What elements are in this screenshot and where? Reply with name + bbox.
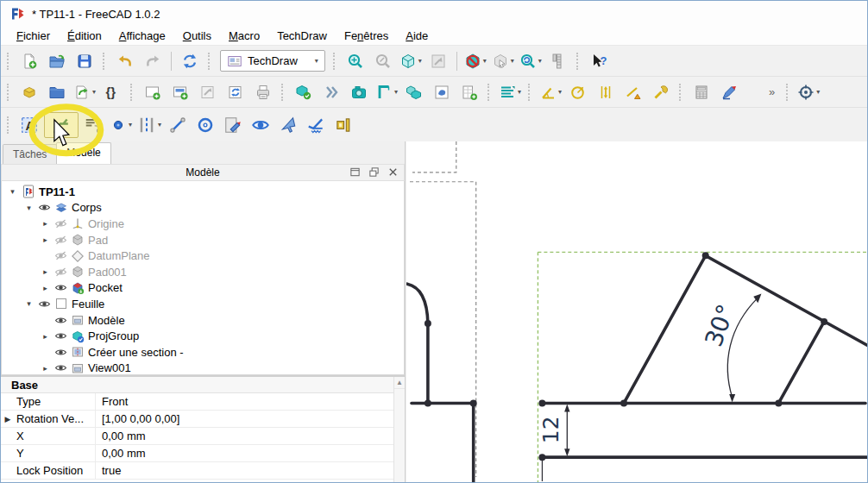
- surface-finish-icon[interactable]: [330, 112, 356, 138]
- spreadsheet-view-icon[interactable]: [456, 79, 482, 105]
- open-document-icon[interactable]: [44, 48, 70, 74]
- measure-icon[interactable]: [545, 48, 571, 74]
- float-panel-icon[interactable]: [368, 166, 380, 178]
- spreadsheet-icon[interactable]: [689, 79, 714, 105]
- extent-dimension-icon[interactable]: [620, 79, 646, 105]
- property-value[interactable]: 0,00 mm: [96, 445, 393, 461]
- visibility-eye-off-icon[interactable]: [53, 217, 69, 230]
- workbench-selector[interactable]: TechDraw ▾: [220, 50, 325, 72]
- visibility-eye-off-icon[interactable]: [53, 234, 69, 247]
- tree-item-view001[interactable]: ▸View001: [2, 361, 404, 375]
- save-icon[interactable]: [72, 48, 97, 74]
- property-expander-icon[interactable]: ▶: [1, 411, 15, 427]
- create-part-icon[interactable]: [16, 79, 42, 105]
- toolbar-grip[interactable]: [103, 53, 107, 70]
- property-row-type[interactable]: TypeFront: [1, 393, 393, 411]
- toolbar-grip[interactable]: [679, 84, 683, 101]
- radius-dimension-icon[interactable]: [565, 79, 591, 105]
- tree-item-pocket[interactable]: ▸Pocket: [2, 280, 404, 297]
- leader-line-icon[interactable]: [44, 112, 79, 138]
- projection-group-icon[interactable]: [401, 79, 427, 105]
- tree-item-feuille[interactable]: ▾Feuille: [2, 296, 404, 312]
- property-row-x[interactable]: X0,00 mm: [1, 428, 393, 445]
- tree-item-datumplane[interactable]: DatumPlane: [2, 248, 404, 264]
- visibility-eye-icon[interactable]: [36, 201, 53, 214]
- tree-expander-icon[interactable]: ▸: [38, 267, 53, 276]
- rotate-view-icon[interactable]: ▾: [490, 48, 516, 74]
- toolbar-overflow[interactable]: »: [769, 85, 775, 98]
- scroll-up-arrow[interactable]: ▲: [394, 377, 405, 389]
- refresh-icon[interactable]: [177, 48, 203, 74]
- insert-page-template-icon[interactable]: [167, 79, 193, 105]
- vertical-dimension-icon[interactable]: [593, 79, 619, 105]
- tree-expander-icon[interactable]: ▾: [22, 204, 36, 212]
- selected-view-frame[interactable]: [538, 252, 867, 482]
- menu-item-affichage[interactable]: Affichage: [110, 28, 174, 44]
- visibility-eye-off-icon[interactable]: [53, 266, 69, 279]
- length-dimension-12[interactable]: 12: [538, 404, 569, 456]
- balloon-icon[interactable]: ▾: [796, 79, 821, 105]
- tab-modele[interactable]: Modèle: [56, 142, 110, 164]
- tree-item-origine[interactable]: ▸Origine: [2, 216, 404, 232]
- tree-item-pad[interactable]: ▸Pad: [2, 232, 404, 248]
- section-view-icon[interactable]: ▾: [374, 79, 399, 105]
- centerline-icon[interactable]: ▾: [135, 112, 163, 138]
- visibility-eye-icon[interactable]: [53, 329, 69, 342]
- insert-image-icon[interactable]: [346, 79, 372, 105]
- whats-this-icon[interactable]: ?: [586, 48, 612, 74]
- decorate-page-icon[interactable]: [220, 112, 246, 138]
- dock-panel-icon[interactable]: [349, 166, 361, 178]
- axonometric-view-icon[interactable]: ▾: [398, 48, 424, 74]
- rich-annotation-icon[interactable]: A: [16, 112, 42, 138]
- redo-icon[interactable]: [140, 48, 166, 74]
- tree-expander-icon[interactable]: ▾: [22, 299, 36, 308]
- tree-item-modele[interactable]: Modèle: [2, 312, 404, 329]
- property-value[interactable]: Front: [96, 393, 393, 410]
- angle-dimension-30[interactable]: 30°: [699, 294, 761, 403]
- property-group-base[interactable]: Base: [1, 377, 393, 393]
- menu-item-edition[interactable]: Édition: [59, 28, 110, 44]
- toolbar-grip[interactable]: [281, 84, 286, 101]
- tree-item-corps[interactable]: ▾Corps: [2, 200, 404, 216]
- zoom-selection-icon[interactable]: [370, 48, 396, 74]
- tree-expander-icon[interactable]: ▸: [38, 219, 53, 228]
- menu-item-fichier[interactable]: Fichier: [8, 28, 59, 44]
- undo-icon[interactable]: [112, 48, 138, 74]
- toolbar-grip[interactable]: [333, 53, 337, 70]
- face-highlight-icon[interactable]: [275, 112, 301, 138]
- dimension-30-label[interactable]: 30°: [699, 301, 740, 351]
- insert-page-default-icon[interactable]: [140, 79, 166, 105]
- zoom-fit-all-icon[interactable]: [343, 48, 368, 74]
- visibility-eye-icon[interactable]: [53, 281, 69, 294]
- toolbar-grip[interactable]: [7, 116, 11, 134]
- dimension-12-label[interactable]: 12: [538, 416, 563, 443]
- toolbar-grip[interactable]: [576, 53, 581, 70]
- toolbar-grip[interactable]: [487, 84, 492, 101]
- visibility-eye-icon[interactable]: [36, 298, 53, 310]
- cosmetic-line-icon[interactable]: [165, 112, 191, 138]
- menu-item-fenetres[interactable]: Fenêtres: [336, 28, 397, 44]
- tree-expander-icon[interactable]: ▸: [38, 284, 53, 292]
- expression-icon[interactable]: {}: [99, 79, 125, 105]
- visibility-eye-off-icon[interactable]: [53, 249, 69, 262]
- clip-group-icon[interactable]: [429, 79, 455, 105]
- active-view-icon[interactable]: [318, 79, 344, 105]
- annotation-edit-icon[interactable]: [716, 79, 742, 105]
- weld-symbol-icon[interactable]: [303, 112, 329, 138]
- visibility-eye-icon[interactable]: [53, 346, 69, 359]
- create-group-icon[interactable]: [44, 79, 70, 105]
- toolbar-grip[interactable]: [130, 84, 135, 101]
- property-value[interactable]: true: [96, 462, 393, 479]
- print-icon[interactable]: [250, 79, 276, 105]
- tree-expander-icon[interactable]: ▸: [38, 332, 53, 341]
- property-scrollbar[interactable]: ▲: [393, 377, 405, 482]
- menu-item-outils[interactable]: Outils: [174, 28, 220, 44]
- toolbar-grip[interactable]: [7, 84, 11, 101]
- draw-style-icon[interactable]: ▾: [462, 48, 488, 74]
- property-value[interactable]: 0,00 mm: [96, 428, 393, 444]
- visibility-eye-icon[interactable]: [53, 314, 69, 327]
- cosmetic-vertex-icon[interactable]: ▾: [108, 112, 134, 138]
- insert-view-icon[interactable]: [291, 79, 317, 105]
- visibility-eye-icon[interactable]: [53, 361, 69, 374]
- sync-view-icon[interactable]: ▾: [518, 48, 544, 74]
